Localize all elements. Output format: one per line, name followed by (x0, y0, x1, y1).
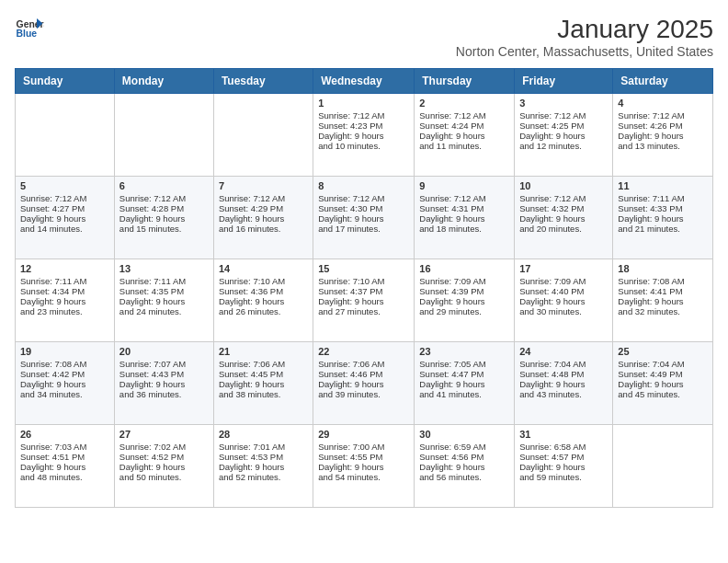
day-info: Sunrise: 7:09 AM (419, 276, 509, 286)
day-info: Sunset: 4:45 PM (219, 369, 308, 379)
calendar-cell: 13Sunrise: 7:11 AMSunset: 4:35 PMDayligh… (114, 259, 213, 342)
day-number: 20 (119, 346, 209, 357)
day-info: Sunrise: 7:12 AM (119, 193, 209, 203)
day-info: Sunset: 4:47 PM (419, 369, 509, 379)
day-info: Sunrise: 7:01 AM (219, 442, 308, 452)
day-info: Sunset: 4:26 PM (618, 121, 708, 131)
day-info: Daylight: 9 hours (318, 296, 409, 306)
day-info: Daylight: 9 hours (419, 296, 509, 306)
day-number: 24 (519, 346, 608, 357)
day-info: and 36 minutes. (119, 389, 209, 399)
day-info: Daylight: 9 hours (119, 379, 209, 389)
day-info: Sunrise: 7:02 AM (119, 442, 209, 452)
day-info: Sunrise: 7:07 AM (119, 359, 209, 369)
calendar-cell: 18Sunrise: 7:08 AMSunset: 4:41 PMDayligh… (613, 259, 713, 342)
day-info: Daylight: 9 hours (20, 213, 109, 224)
day-info: and 52 minutes. (219, 472, 308, 482)
day-info: Sunset: 4:27 PM (20, 203, 109, 213)
day-info: Daylight: 9 hours (618, 213, 708, 224)
day-info: and 39 minutes. (318, 389, 409, 399)
day-number: 13 (119, 263, 209, 274)
day-info: and 26 minutes. (219, 306, 308, 316)
calendar-cell: 4Sunrise: 7:12 AMSunset: 4:26 PMDaylight… (613, 94, 713, 177)
day-number: 2 (419, 98, 509, 109)
day-info: Sunrise: 7:12 AM (519, 193, 608, 203)
day-info: and 43 minutes. (519, 389, 608, 399)
day-info: Sunset: 4:24 PM (419, 121, 509, 131)
week-row-2: 5Sunrise: 7:12 AMSunset: 4:27 PMDaylight… (16, 177, 713, 259)
calendar-cell (613, 425, 713, 508)
day-info: Sunset: 4:51 PM (20, 452, 109, 462)
day-info: Sunrise: 6:58 AM (519, 442, 608, 452)
day-info: and 29 minutes. (419, 306, 509, 316)
day-info: Sunrise: 7:06 AM (318, 359, 409, 369)
day-info: Daylight: 9 hours (519, 379, 608, 389)
day-info: and 24 minutes. (119, 306, 209, 316)
day-info: Daylight: 9 hours (419, 131, 509, 141)
calendar-cell: 17Sunrise: 7:09 AMSunset: 4:40 PMDayligh… (515, 259, 613, 342)
day-info: and 10 minutes. (318, 141, 409, 151)
day-info: Daylight: 9 hours (219, 296, 308, 306)
calendar-cell: 19Sunrise: 7:08 AMSunset: 4:42 PMDayligh… (16, 342, 115, 425)
day-info: Sunset: 4:31 PM (419, 203, 509, 213)
day-info: and 15 minutes. (119, 224, 209, 234)
day-info: Daylight: 9 hours (318, 131, 409, 141)
day-info: Daylight: 9 hours (20, 462, 109, 472)
day-info: Sunset: 4:52 PM (119, 452, 209, 462)
day-info: Sunrise: 7:04 AM (519, 359, 608, 369)
day-info: Sunset: 4:33 PM (618, 203, 708, 213)
day-info: and 30 minutes. (519, 306, 608, 316)
day-info: Daylight: 9 hours (419, 462, 509, 472)
day-number: 23 (419, 346, 509, 357)
calendar-cell: 28Sunrise: 7:01 AMSunset: 4:53 PMDayligh… (213, 425, 313, 508)
day-info: Sunrise: 7:09 AM (519, 276, 608, 286)
calendar-cell: 10Sunrise: 7:12 AMSunset: 4:32 PMDayligh… (515, 177, 613, 259)
day-info: Sunset: 4:35 PM (119, 286, 209, 296)
logo-icon: General Blue (15, 15, 44, 44)
day-number: 4 (618, 98, 708, 109)
day-info: Sunrise: 7:11 AM (119, 276, 209, 286)
day-header-row: SundayMondayTuesdayWednesdayThursdayFrid… (16, 69, 713, 94)
day-info: Sunset: 4:25 PM (519, 121, 608, 131)
day-info: and 38 minutes. (219, 389, 308, 399)
day-number: 30 (419, 429, 509, 440)
day-info: and 18 minutes. (419, 224, 509, 234)
calendar-cell: 5Sunrise: 7:12 AMSunset: 4:27 PMDaylight… (16, 177, 115, 259)
day-number: 9 (419, 180, 509, 191)
day-number: 1 (318, 98, 409, 109)
day-info: Sunrise: 7:12 AM (318, 110, 409, 121)
calendar-cell: 27Sunrise: 7:02 AMSunset: 4:52 PMDayligh… (114, 425, 213, 508)
day-number: 14 (219, 263, 308, 274)
day-info: Sunrise: 7:12 AM (20, 193, 109, 203)
day-number: 6 (119, 180, 209, 191)
day-info: Daylight: 9 hours (419, 213, 509, 224)
day-header-sunday: Sunday (16, 69, 115, 94)
day-info: Daylight: 9 hours (519, 462, 608, 472)
day-info: and 20 minutes. (519, 224, 608, 234)
calendar-cell (213, 94, 313, 177)
day-info: and 41 minutes. (419, 389, 509, 399)
day-number: 3 (519, 98, 608, 109)
day-info: Sunset: 4:49 PM (618, 369, 708, 379)
day-info: Sunrise: 7:12 AM (519, 110, 608, 121)
day-info: Sunrise: 7:10 AM (219, 276, 308, 286)
day-info: Daylight: 9 hours (219, 379, 308, 389)
day-info: Sunset: 4:28 PM (119, 203, 209, 213)
week-row-3: 12Sunrise: 7:11 AMSunset: 4:34 PMDayligh… (16, 259, 713, 342)
day-info: and 50 minutes. (119, 472, 209, 482)
day-info: and 21 minutes. (618, 224, 708, 234)
day-info: Daylight: 9 hours (20, 379, 109, 389)
day-info: Daylight: 9 hours (318, 213, 409, 224)
day-number: 22 (318, 346, 409, 357)
day-info: Sunset: 4:56 PM (419, 452, 509, 462)
day-number: 29 (318, 429, 409, 440)
day-info: Daylight: 9 hours (318, 462, 409, 472)
day-number: 8 (318, 180, 409, 191)
day-info: Sunrise: 7:08 AM (618, 276, 708, 286)
day-info: Sunset: 4:53 PM (219, 452, 308, 462)
calendar-cell (16, 94, 115, 177)
calendar-cell: 24Sunrise: 7:04 AMSunset: 4:48 PMDayligh… (515, 342, 613, 425)
calendar-cell: 31Sunrise: 6:58 AMSunset: 4:57 PMDayligh… (515, 425, 613, 508)
logo: General Blue (15, 15, 44, 44)
day-number: 28 (219, 429, 308, 440)
